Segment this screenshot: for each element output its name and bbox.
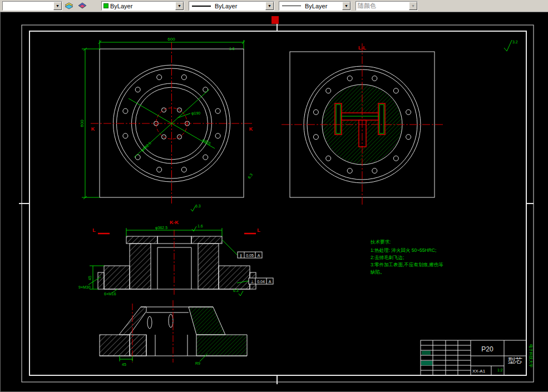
tolerance-frame-2: ⊥ 0.04 A: [249, 278, 273, 284]
dim-bottom-45: 45: [122, 363, 126, 366]
properties-toolbar: ▼ ByLayer ▼ ByLayer ▼ ByLayer ▼ 随颜色 ▼: [0, 0, 548, 12]
section-ll-label: L-L: [358, 45, 366, 51]
school-name-label: 电子科技大学: [529, 344, 533, 368]
dim-plan-width: 600: [167, 37, 175, 42]
linetype-control-value: ByLayer: [213, 3, 265, 9]
model-space-canvas[interactable]: 600 600 φ190 φ465 φ362.5 6.3 6.3 1.6 K K: [0, 12, 548, 392]
thread-note: 9×M30: [78, 285, 91, 289]
section-letter-l-right: L: [257, 227, 260, 233]
color-control-combo[interactable]: ByLayer ▼: [101, 1, 184, 11]
layer-diamond-icon: [77, 2, 87, 10]
dim-kk-left: 45: [88, 276, 92, 280]
titleblock-cell-mark: [422, 351, 431, 355]
tolerance-symbol: ∥: [240, 254, 242, 258]
lineweight-sample-icon: [282, 6, 301, 6]
tolerance-symbol: ⊥: [250, 280, 254, 284]
corner-roughness-value: 3.2: [512, 40, 518, 44]
tolerance-value: 0.05: [246, 254, 254, 257]
plotstyle-control-value: 随颜色: [356, 2, 409, 10]
roughness-mark: 6.3: [247, 172, 253, 179]
tech-req-line: 1:热处理: 淬火回火 50~55HRC;: [371, 247, 436, 253]
chevron-down-icon[interactable]: ▼: [53, 2, 62, 10]
bottom-section-view: 45 R9: [100, 300, 247, 366]
color-control-value: ByLayer: [108, 3, 175, 9]
chevron-down-icon[interactable]: ▼: [265, 2, 274, 10]
section-letter-k-right: K: [249, 126, 253, 132]
tech-req-line: 缺陷。: [370, 269, 385, 275]
dim-bolt-circle: φ190: [191, 111, 200, 116]
layer-states-button[interactable]: [76, 1, 88, 12]
section-letter-k-left: K: [91, 126, 95, 132]
tech-req-title: 技术要求:: [370, 239, 391, 245]
lineweight-control-value: ByLayer: [303, 3, 342, 9]
roughness-mark: 6.3: [195, 204, 201, 208]
chevron-down-icon: ▼: [409, 2, 417, 10]
plotstyle-control-combo: 随颜色 ▼: [356, 1, 418, 11]
linetype-sample-icon: [192, 6, 211, 7]
roughness-mark: 1.6: [229, 47, 235, 51]
dim-kk-top: φ362.5: [155, 226, 167, 230]
part-name-label: 型芯: [508, 356, 522, 365]
section-letter-l-left: L: [92, 227, 96, 233]
tolerance-datum: A: [269, 280, 271, 284]
tech-req-line: 3:零件加工表面,不应有划痕,擦伤等: [371, 262, 443, 267]
tolerance-frame-1: ∥ 0.05 A: [238, 252, 262, 258]
dim-diagonal-2: φ362.5: [140, 141, 152, 153]
chevron-down-icon[interactable]: ▼: [175, 2, 184, 10]
linetype-control-combo[interactable]: ByLayer ▼: [189, 1, 274, 11]
tolerance-value: 0.04: [257, 280, 265, 284]
section-kk-label: K-K: [170, 220, 179, 225]
roughness-check-icon: [191, 206, 195, 211]
dim-plan-height: 600: [80, 120, 85, 127]
title-block: P20 型芯 XX-A1 1:2 电子科技大学: [421, 340, 533, 375]
scale-label: 1:2: [497, 368, 503, 372]
section-kk-view: L L K-K φ362.5 1.6 45 9×M30 6×M16 6.3: [78, 220, 273, 296]
roughness-mark: 6.3: [233, 289, 239, 292]
corner-roughness-symbol: 3.2: [504, 40, 518, 51]
plan-view: 600 600 φ190 φ465 φ362.5 6.3 6.3 1.6 K K: [80, 37, 253, 211]
sheet-border: [22, 25, 534, 382]
cad-drawing[interactable]: 600 600 φ190 φ465 φ362.5 6.3 6.3 1.6 K K: [1, 12, 548, 392]
technical-requirements: 技术要求: 1:热处理: 淬火回火 50~55HRC; 2:去掉毛刺飞边; 3:…: [370, 239, 443, 275]
roughness-mark: 1.6: [198, 224, 203, 228]
viewport-marker: [271, 16, 279, 24]
named-views-combo[interactable]: ▼: [2, 1, 62, 11]
material-label: P20: [481, 345, 493, 353]
thread-note: 6×M16: [104, 292, 116, 296]
tech-req-line: 2:去掉毛刺飞边;: [371, 255, 404, 260]
current-color-swatch: [103, 3, 108, 8]
dim-bottom-r9: R9: [195, 361, 200, 365]
chevron-down-icon[interactable]: ▼: [342, 2, 350, 10]
layer-stack-icon: [64, 2, 74, 10]
centering-marks: [19, 22, 534, 384]
drawing-number-label: XX-A1: [472, 369, 486, 374]
lineweight-control-combo[interactable]: ByLayer ▼: [279, 1, 351, 11]
titleblock-cell-mark: [421, 361, 432, 365]
tolerance-datum: A: [258, 254, 260, 257]
section-ll-view: L-L: [282, 43, 443, 206]
layer-properties-button[interactable]: [63, 1, 75, 12]
